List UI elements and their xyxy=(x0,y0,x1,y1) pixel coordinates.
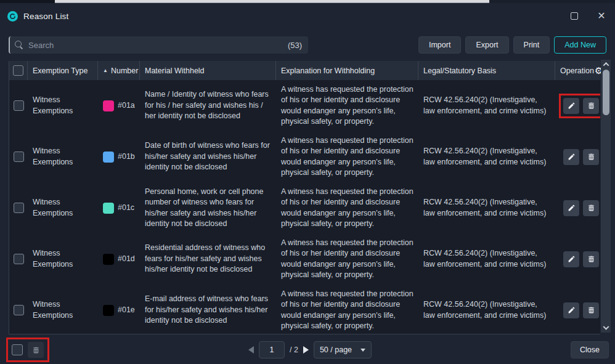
row-checkbox[interactable] xyxy=(14,203,24,213)
number-cell: #01d xyxy=(98,233,140,285)
row-checkbox[interactable] xyxy=(14,100,24,111)
material-withheld-cell: Name / Identity of witness who fears for… xyxy=(140,80,276,131)
table-row: Witness Exemptions #01e E-mail address o… xyxy=(9,285,600,334)
number-label: #01d xyxy=(118,254,135,265)
table-row: Witness Exemptions #01b Date of birth of… xyxy=(9,131,600,182)
edit-button[interactable] xyxy=(563,251,579,267)
row-checkbox[interactable] xyxy=(14,254,24,264)
search-input[interactable]: Search (53) xyxy=(9,36,308,54)
row-checkbox[interactable] xyxy=(14,152,24,162)
material-withheld-cell: Personal home, work or cell phone number… xyxy=(140,182,276,233)
edit-button[interactable] xyxy=(563,149,579,165)
result-count-badge: (53) xyxy=(288,41,302,50)
operation-cell xyxy=(555,233,600,285)
exemption-type-cell: Witness Exemptions xyxy=(28,285,98,334)
top-strip-right xyxy=(489,0,615,3)
color-swatch xyxy=(103,203,114,214)
explanation-cell: A witness has requested the protection o… xyxy=(276,80,418,131)
footer-bar: 1 / 2 50 / page Close xyxy=(0,336,615,364)
table-body: Witness Exemptions #01a Name / Identity … xyxy=(9,80,600,334)
import-button[interactable]: Import xyxy=(418,36,461,54)
number-label: #01e xyxy=(118,305,135,316)
delete-button[interactable] xyxy=(583,98,599,114)
table-row: Witness Exemptions #01c Personal home, w… xyxy=(9,182,600,233)
vertical-scrollbar[interactable] xyxy=(601,60,611,333)
color-swatch xyxy=(103,100,114,111)
delete-button[interactable] xyxy=(583,251,599,267)
top-strip-tab xyxy=(55,0,489,3)
scroll-up-icon[interactable] xyxy=(601,60,611,68)
close-icon: ✕ xyxy=(597,11,605,21)
number-cell: #01e xyxy=(98,285,140,334)
search-icon xyxy=(15,41,23,49)
column-header-exemption-type[interactable]: Exemption Type xyxy=(28,61,98,80)
scrollbar-thumb[interactable] xyxy=(603,70,609,115)
column-header-operation[interactable]: Operation ⚙ xyxy=(555,61,608,80)
bulk-actions-group xyxy=(6,338,49,362)
page-size-select[interactable]: 50 / page xyxy=(314,341,372,358)
delete-button[interactable] xyxy=(583,200,599,216)
number-label: #01b xyxy=(118,152,135,163)
dialog-title: Reason List xyxy=(23,12,69,21)
footer-select-all-checkbox[interactable] xyxy=(12,344,23,355)
number-cell: #01c xyxy=(98,182,140,233)
toolbar: Search (53) Import Export Print Add New xyxy=(0,29,615,61)
legal-basis-cell: RCW 42.56.240(2) (Investigative, law enf… xyxy=(418,131,555,182)
select-all-checkbox[interactable] xyxy=(13,65,23,76)
table-row: Witness Exemptions #01d Residential addr… xyxy=(9,233,600,285)
exemption-type-cell: Witness Exemptions xyxy=(28,131,98,182)
browser-top-strip xyxy=(0,0,615,3)
operation-cell xyxy=(555,80,600,131)
chevron-down-icon xyxy=(360,349,365,352)
legal-basis-cell: RCW 42.56.240(2) (Investigative, law enf… xyxy=(418,182,555,233)
reason-table: Exemption Type ▲ Number Material Withhel… xyxy=(9,61,600,334)
legal-basis-cell: RCW 42.56.240(2) (Investigative, law enf… xyxy=(418,285,555,334)
material-withheld-cell: Residential address of witness who fears… xyxy=(140,233,276,285)
app-logo-icon xyxy=(7,11,18,22)
explanation-cell: A witness has requested the protection o… xyxy=(276,285,418,334)
table-row: Witness Exemptions #01a Name / Identity … xyxy=(9,80,600,131)
operation-cell xyxy=(555,131,600,182)
color-swatch xyxy=(103,305,114,316)
legal-basis-cell: RCW 42.56.240(2) (Investigative, law enf… xyxy=(418,233,555,285)
edit-button[interactable] xyxy=(563,302,579,318)
close-button[interactable]: Close xyxy=(571,341,609,358)
maximize-icon xyxy=(571,12,578,20)
close-window-button[interactable]: ✕ xyxy=(597,11,606,21)
top-strip-left xyxy=(0,0,55,3)
column-header-material-withheld[interactable]: Material Withheld xyxy=(140,61,276,80)
edit-button[interactable] xyxy=(563,200,579,216)
next-page-icon[interactable] xyxy=(303,346,309,354)
scroll-down-icon[interactable] xyxy=(601,324,611,333)
explanation-cell: A witness has requested the protection o… xyxy=(276,182,418,233)
row-checkbox[interactable] xyxy=(14,305,24,315)
operation-cell xyxy=(555,285,600,334)
exemption-type-cell: Witness Exemptions xyxy=(28,182,98,233)
sort-asc-icon: ▲ xyxy=(103,68,108,73)
material-withheld-cell: Date of birth of witness who fears for h… xyxy=(140,131,276,182)
total-pages-label: / 2 xyxy=(290,346,298,354)
print-button[interactable]: Print xyxy=(513,36,550,54)
delete-button[interactable] xyxy=(583,149,599,165)
column-header-legal-basis[interactable]: Legal/Statutory Basis xyxy=(418,61,555,80)
export-button[interactable]: Export xyxy=(465,36,508,54)
exemption-type-cell: Witness Exemptions xyxy=(28,233,98,285)
maximize-button[interactable] xyxy=(569,11,579,21)
number-label: #01a xyxy=(118,100,135,111)
previous-page-icon[interactable] xyxy=(248,346,254,354)
column-header-number[interactable]: ▲ Number xyxy=(98,61,140,80)
color-swatch xyxy=(103,152,114,163)
add-new-button[interactable]: Add New xyxy=(554,36,606,54)
current-page-input[interactable]: 1 xyxy=(259,341,285,358)
dialog-header: Reason List ✕ xyxy=(0,3,615,29)
bulk-delete-button[interactable] xyxy=(28,342,44,358)
explanation-cell: A witness has requested the protection o… xyxy=(276,131,418,182)
delete-button[interactable] xyxy=(583,302,599,318)
exemption-type-cell: Witness Exemptions xyxy=(28,80,98,131)
legal-basis-cell: RCW 42.56.240(2) (Investigative, law enf… xyxy=(418,80,555,131)
explanation-cell: A witness has requested the protection o… xyxy=(276,233,418,285)
column-header-explanation[interactable]: Explanation for Withholding xyxy=(276,61,418,80)
edit-button[interactable] xyxy=(563,98,579,114)
pagination: 1 / 2 50 / page xyxy=(248,336,372,364)
operation-cell xyxy=(555,182,600,233)
